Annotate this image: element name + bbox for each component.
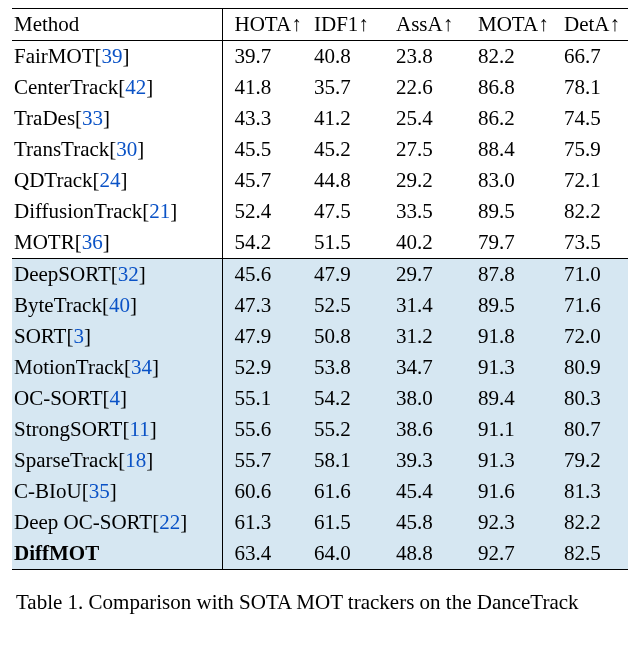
metric-cell: 61.5 [308, 507, 390, 538]
metric-cell: 91.3 [472, 445, 558, 476]
method-name: TraDes [14, 106, 75, 130]
method-cell: StrongSORT[11] [12, 414, 222, 445]
metric-cell: 41.8 [222, 72, 308, 103]
method-cell: SORT[3] [12, 321, 222, 352]
metric-cell: 38.6 [390, 414, 472, 445]
citation-link[interactable]: 32 [118, 262, 139, 286]
table-row: ByteTrack[40]47.352.531.489.571.6 [12, 290, 628, 321]
table-caption: Table 1. Comparison with SOTA MOT tracke… [12, 590, 628, 615]
method-name: TransTrack [14, 137, 109, 161]
metric-cell: 86.8 [472, 72, 558, 103]
citation-link[interactable]: 36 [82, 230, 103, 254]
col-idf1: IDF1↑ [308, 9, 390, 41]
col-deta: DetA↑ [558, 9, 628, 41]
method-cell: DeepSORT[32] [12, 259, 222, 291]
citation-link[interactable]: 42 [125, 75, 146, 99]
metric-cell: 39.3 [390, 445, 472, 476]
citation-link[interactable]: 33 [82, 106, 103, 130]
metric-cell: 39.7 [222, 41, 308, 73]
citation-link[interactable]: 35 [89, 479, 110, 503]
table-row: MotionTrack[34]52.953.834.791.380.9 [12, 352, 628, 383]
method-cell: TransTrack[30] [12, 134, 222, 165]
metric-cell: 91.8 [472, 321, 558, 352]
table-row: SORT[3]47.950.831.291.872.0 [12, 321, 628, 352]
metric-cell: 31.2 [390, 321, 472, 352]
metric-cell: 23.8 [390, 41, 472, 73]
method-name: QDTrack [14, 168, 93, 192]
table-row: QDTrack[24]45.744.829.283.072.1 [12, 165, 628, 196]
metric-cell: 50.8 [308, 321, 390, 352]
method-cell: C-BIoU[35] [12, 476, 222, 507]
metric-cell: 80.7 [558, 414, 628, 445]
metric-cell: 80.3 [558, 383, 628, 414]
table-row: MOTR[36]54.251.540.279.773.5 [12, 227, 628, 259]
metric-cell: 61.3 [222, 507, 308, 538]
citation-link[interactable]: 11 [129, 417, 149, 441]
method-name: MOTR [14, 230, 75, 254]
metric-cell: 72.1 [558, 165, 628, 196]
metric-cell: 73.5 [558, 227, 628, 259]
metric-cell: 83.0 [472, 165, 558, 196]
table-row: DiffusionTrack[21]52.447.533.589.582.2 [12, 196, 628, 227]
metric-cell: 92.7 [472, 538, 558, 570]
metric-cell: 45.4 [390, 476, 472, 507]
table-row: StrongSORT[11]55.655.238.691.180.7 [12, 414, 628, 445]
citation-link[interactable]: 4 [110, 386, 121, 410]
method-name: FairMOT [14, 44, 95, 68]
citation-link[interactable]: 40 [109, 293, 130, 317]
results-table: Method HOTA↑ IDF1↑ AssA↑ MOTA↑ DetA↑ Fai… [12, 8, 628, 570]
metric-cell: 78.1 [558, 72, 628, 103]
metric-cell: 74.5 [558, 103, 628, 134]
table-row: FairMOT[39]39.740.823.882.266.7 [12, 41, 628, 73]
table-row: DiffMOT63.464.048.892.782.5 [12, 538, 628, 570]
table-row: OC-SORT[4]55.154.238.089.480.3 [12, 383, 628, 414]
citation-link[interactable]: 3 [73, 324, 84, 348]
method-name: DeepSORT [14, 262, 111, 286]
metric-cell: 41.2 [308, 103, 390, 134]
metric-cell: 45.7 [222, 165, 308, 196]
metric-cell: 47.9 [308, 259, 390, 291]
citation-link[interactable]: 39 [102, 44, 123, 68]
metric-cell: 45.5 [222, 134, 308, 165]
metric-cell: 64.0 [308, 538, 390, 570]
metric-cell: 63.4 [222, 538, 308, 570]
metric-cell: 92.3 [472, 507, 558, 538]
metric-cell: 43.3 [222, 103, 308, 134]
citation-link[interactable]: 24 [100, 168, 121, 192]
method-cell: TraDes[33] [12, 103, 222, 134]
citation-link[interactable]: 21 [149, 199, 170, 223]
metric-cell: 80.9 [558, 352, 628, 383]
metric-cell: 47.3 [222, 290, 308, 321]
metric-cell: 91.6 [472, 476, 558, 507]
metric-cell: 54.2 [222, 227, 308, 259]
metric-cell: 31.4 [390, 290, 472, 321]
metric-cell: 48.8 [390, 538, 472, 570]
metric-cell: 51.5 [308, 227, 390, 259]
method-name: Deep OC-SORT [14, 510, 152, 534]
metric-cell: 47.5 [308, 196, 390, 227]
metric-cell: 60.6 [222, 476, 308, 507]
method-cell: CenterTrack[42] [12, 72, 222, 103]
metric-cell: 88.4 [472, 134, 558, 165]
metric-cell: 79.7 [472, 227, 558, 259]
method-name: C-BIoU [14, 479, 82, 503]
citation-link[interactable]: 30 [116, 137, 137, 161]
metric-cell: 40.8 [308, 41, 390, 73]
citation-link[interactable]: 22 [159, 510, 180, 534]
metric-cell: 58.1 [308, 445, 390, 476]
metric-cell: 29.2 [390, 165, 472, 196]
table-row: TraDes[33]43.341.225.486.274.5 [12, 103, 628, 134]
metric-cell: 89.5 [472, 196, 558, 227]
table-row: TransTrack[30]45.545.227.588.475.9 [12, 134, 628, 165]
metric-cell: 34.7 [390, 352, 472, 383]
col-mota: MOTA↑ [472, 9, 558, 41]
citation-link[interactable]: 34 [131, 355, 152, 379]
method-name: DiffMOT [14, 541, 99, 565]
method-cell: Deep OC-SORT[22] [12, 507, 222, 538]
method-name: StrongSORT [14, 417, 122, 441]
metric-cell: 89.4 [472, 383, 558, 414]
citation-link[interactable]: 18 [125, 448, 146, 472]
method-cell: FairMOT[39] [12, 41, 222, 73]
method-cell: MotionTrack[34] [12, 352, 222, 383]
metric-cell: 61.6 [308, 476, 390, 507]
